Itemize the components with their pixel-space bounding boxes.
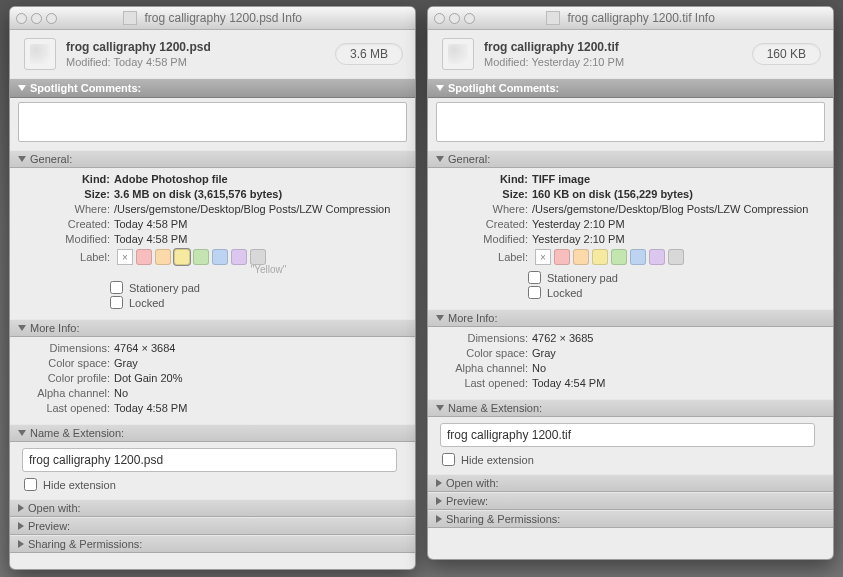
section-openwith[interactable]: Open with: — [10, 499, 415, 517]
titlebar[interactable]: frog calligraphy 1200.tif Info — [428, 7, 833, 30]
label-yellow[interactable] — [174, 249, 190, 265]
file-icon — [123, 11, 137, 25]
colorprofile-value: Dot Gain 20% — [114, 371, 405, 386]
file-header: frog calligraphy 1200.psd Modified: Toda… — [10, 30, 415, 78]
section-nameext[interactable]: Name & Extension: — [428, 399, 833, 417]
label-red[interactable] — [136, 249, 152, 265]
section-openwith[interactable]: Open with: — [428, 474, 833, 492]
disclosure-triangle-icon — [18, 504, 24, 512]
size-pill: 160 KB — [752, 43, 821, 65]
window-title: frog calligraphy 1200.psd Info — [10, 11, 415, 25]
section-nameext[interactable]: Name & Extension: — [10, 424, 415, 442]
section-moreinfo[interactable]: More Info: — [428, 309, 833, 327]
disclosure-triangle-icon — [18, 522, 24, 530]
file-modified: Modified: Today 4:58 PM — [66, 56, 325, 68]
section-general[interactable]: General: — [428, 150, 833, 168]
section-moreinfo[interactable]: More Info: — [10, 319, 415, 337]
info-window-right: frog calligraphy 1200.tif Info frog call… — [427, 6, 834, 560]
label-red[interactable] — [554, 249, 570, 265]
window-title-text: frog calligraphy 1200.psd Info — [144, 11, 301, 25]
label-blue[interactable] — [630, 249, 646, 265]
section-spotlight[interactable]: Spotlight Comments: — [428, 78, 833, 98]
disclosure-triangle-icon — [436, 315, 444, 321]
traffic-zoom-icon[interactable] — [46, 13, 57, 24]
locked-checkbox[interactable]: Locked — [528, 286, 823, 299]
filename-input[interactable] — [440, 423, 815, 447]
label-green[interactable] — [611, 249, 627, 265]
kind-value: TIFF image — [532, 172, 823, 187]
hide-extension-checkbox[interactable]: Hide extension — [24, 478, 405, 491]
hide-extension-checkbox[interactable]: Hide extension — [442, 453, 823, 466]
file-name: frog calligraphy 1200.psd — [66, 40, 325, 54]
disclosure-triangle-icon — [18, 156, 26, 162]
dimensions-value: 4764 × 3684 — [114, 341, 405, 356]
where-value: /Users/gemstone/Desktop/Blog Posts/LZW C… — [114, 202, 405, 217]
section-general[interactable]: General: — [10, 150, 415, 168]
label-hint: "Yellow" — [132, 264, 405, 275]
document-icon — [442, 38, 474, 70]
label-orange[interactable] — [573, 249, 589, 265]
label-purple[interactable] — [231, 249, 247, 265]
general-panel: Kind:Adobe Photoshop file Size:3.6 MB on… — [10, 168, 415, 319]
section-sharing[interactable]: Sharing & Permissions: — [10, 535, 415, 553]
stationery-checkbox[interactable]: Stationery pad — [110, 281, 405, 294]
locked-checkbox[interactable]: Locked — [110, 296, 405, 309]
alpha-value: No — [532, 361, 823, 376]
created-value: Today 4:58 PM — [114, 217, 405, 232]
disclosure-triangle-icon — [436, 479, 442, 487]
label-none-button[interactable]: × — [117, 249, 133, 265]
label-gray[interactable] — [250, 249, 266, 265]
window-title: frog calligraphy 1200.tif Info — [428, 11, 833, 25]
section-spotlight[interactable]: Spotlight Comments: — [10, 78, 415, 98]
disclosure-triangle-icon — [436, 156, 444, 162]
file-name: frog calligraphy 1200.tif — [484, 40, 742, 54]
traffic-close-icon[interactable] — [16, 13, 27, 24]
disclosure-triangle-icon — [436, 85, 444, 91]
label-purple[interactable] — [649, 249, 665, 265]
created-value: Yesterday 2:10 PM — [532, 217, 823, 232]
size-pill: 3.6 MB — [335, 43, 403, 65]
spotlight-comments-field[interactable] — [18, 102, 407, 142]
colorspace-value: Gray — [532, 346, 823, 361]
label-orange[interactable] — [155, 249, 171, 265]
file-modified: Modified: Yesterday 2:10 PM — [484, 56, 742, 68]
disclosure-triangle-icon — [436, 497, 442, 505]
label-blue[interactable] — [212, 249, 228, 265]
filename-input[interactable] — [22, 448, 397, 472]
disclosure-triangle-icon — [18, 85, 26, 91]
disclosure-triangle-icon — [18, 325, 26, 331]
where-value: /Users/gemstone/Desktop/Blog Posts/LZW C… — [532, 202, 823, 217]
info-window-left: frog calligraphy 1200.psd Info frog call… — [9, 6, 416, 570]
label-none-button[interactable]: × — [535, 249, 551, 265]
file-icon — [546, 11, 560, 25]
traffic-close-icon[interactable] — [434, 13, 445, 24]
label-green[interactable] — [193, 249, 209, 265]
label-yellow[interactable] — [592, 249, 608, 265]
size-value: 160 KB on disk (156,229 bytes) — [532, 187, 823, 202]
lastopened-value: Today 4:58 PM — [114, 401, 405, 416]
traffic-min-icon[interactable] — [31, 13, 42, 24]
window-title-text: frog calligraphy 1200.tif Info — [567, 11, 714, 25]
kind-value: Adobe Photoshop file — [114, 172, 405, 187]
section-preview[interactable]: Preview: — [10, 517, 415, 535]
titlebar[interactable]: frog calligraphy 1200.psd Info — [10, 7, 415, 30]
stationery-checkbox[interactable]: Stationery pad — [528, 271, 823, 284]
traffic-zoom-icon[interactable] — [464, 13, 475, 24]
document-icon — [24, 38, 56, 70]
disclosure-triangle-icon — [18, 540, 24, 548]
label-row: Label: × — [450, 249, 823, 265]
moreinfo-panel: Dimensions:4762 × 3685 Color space:Gray … — [428, 327, 833, 399]
size-value: 3.6 MB on disk (3,615,576 bytes) — [114, 187, 405, 202]
traffic-min-icon[interactable] — [449, 13, 460, 24]
alpha-value: No — [114, 386, 405, 401]
dimensions-value: 4762 × 3685 — [532, 331, 823, 346]
spotlight-comments-field[interactable] — [436, 102, 825, 142]
label-gray[interactable] — [668, 249, 684, 265]
moreinfo-panel: Dimensions:4764 × 3684 Color space:Gray … — [10, 337, 415, 424]
disclosure-triangle-icon — [436, 405, 444, 411]
colorspace-value: Gray — [114, 356, 405, 371]
section-preview[interactable]: Preview: — [428, 492, 833, 510]
modified-value: Today 4:58 PM — [114, 232, 405, 247]
general-panel: Kind:TIFF image Size:160 KB on disk (156… — [428, 168, 833, 309]
section-sharing[interactable]: Sharing & Permissions: — [428, 510, 833, 528]
